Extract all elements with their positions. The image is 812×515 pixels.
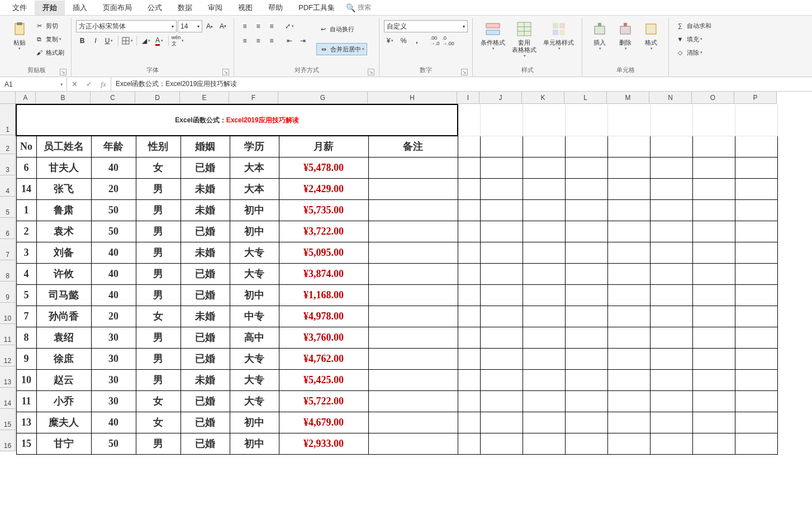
header-cell[interactable]: No <box>16 136 36 157</box>
data-cell[interactable] <box>368 306 458 327</box>
header-cell[interactable]: 婚姻 <box>181 136 230 157</box>
data-cell[interactable]: ¥5,735.00 <box>279 199 368 221</box>
data-cell[interactable]: 40 <box>91 284 136 306</box>
data-cell[interactable]: 张飞 <box>36 178 91 199</box>
column-header-P[interactable]: P <box>734 92 777 104</box>
column-header-F[interactable]: F <box>229 92 278 104</box>
alignment-launcher-icon[interactable]: ↘ <box>368 69 374 75</box>
data-cell[interactable]: 40 <box>91 263 136 284</box>
data-cell[interactable]: ¥1,168.00 <box>279 284 368 306</box>
data-cell[interactable]: 30 <box>91 369 136 390</box>
data-cell[interactable]: 高中 <box>230 327 279 348</box>
data-cell[interactable]: 已婚 <box>181 433 230 454</box>
row-header-2[interactable]: 2 <box>0 135 16 154</box>
row-headers[interactable]: 12345678910111213141516 <box>0 104 16 451</box>
data-cell[interactable]: 未婚 <box>181 369 230 390</box>
wrap-text-button[interactable]: ↩自动换行 <box>316 23 367 35</box>
data-cell[interactable]: 男 <box>136 284 181 306</box>
row-header-14[interactable]: 14 <box>0 388 16 409</box>
data-cell[interactable]: 13 <box>16 412 36 433</box>
cut-button[interactable]: ✂剪切 <box>32 20 67 32</box>
enter-formula-button[interactable]: ✓ <box>82 80 96 88</box>
increase-font-button[interactable]: A▴ <box>203 20 216 32</box>
data-cell[interactable]: 已婚 <box>181 390 230 412</box>
data-cell[interactable]: 女 <box>136 157 181 178</box>
menu-item-数据[interactable]: 数据 <box>170 1 200 15</box>
bold-button[interactable]: B <box>76 35 88 47</box>
search-icon[interactable]: 🔍 <box>346 3 355 12</box>
number-launcher-icon[interactable]: ↘ <box>461 69 468 75</box>
data-cell[interactable]: 大专 <box>230 369 279 390</box>
menu-item-视图[interactable]: 视图 <box>230 1 260 15</box>
data-cell[interactable]: ¥5,478.00 <box>279 157 368 178</box>
data-cell[interactable] <box>368 390 458 412</box>
row-header-8[interactable]: 8 <box>0 260 16 282</box>
row-header-16[interactable]: 16 <box>0 430 16 451</box>
data-cell[interactable]: 许攸 <box>36 263 91 284</box>
data-cell[interactable]: 大专 <box>230 348 279 369</box>
column-header-M[interactable]: M <box>607 92 649 104</box>
data-cell[interactable]: 孙尚香 <box>36 306 91 327</box>
data-cell[interactable]: ¥5,095.00 <box>279 242 368 263</box>
data-cell[interactable]: 8 <box>16 327 36 348</box>
menu-item-插入[interactable]: 插入 <box>65 1 95 15</box>
data-cell[interactable]: ¥5,425.00 <box>279 369 368 390</box>
data-cell[interactable] <box>368 284 458 306</box>
cell-styles-button[interactable]: 单元格样式 <box>540 19 577 52</box>
data-cell[interactable]: 袁术 <box>36 221 91 242</box>
data-cell[interactable] <box>368 157 458 178</box>
merge-center-button[interactable]: ⇔合并后居中 <box>316 43 367 55</box>
data-cell[interactable]: 50 <box>91 199 136 221</box>
data-cell[interactable]: 鲁肃 <box>36 199 91 221</box>
select-all-corner[interactable] <box>0 92 16 104</box>
clipboard-launcher-icon[interactable]: ↘ <box>60 69 67 75</box>
font-launcher-icon[interactable]: ↘ <box>222 69 229 75</box>
data-cell[interactable]: 11 <box>16 390 36 412</box>
column-header-C[interactable]: C <box>91 92 135 104</box>
data-cell[interactable]: 30 <box>91 390 136 412</box>
data-cell[interactable]: 40 <box>91 157 136 178</box>
data-cell[interactable] <box>368 412 458 433</box>
header-cell[interactable]: 学历 <box>230 136 279 157</box>
decrease-indent-button[interactable]: ⇤ <box>283 35 296 47</box>
data-cell[interactable]: 大专 <box>230 263 279 284</box>
insert-cells-button[interactable]: 插入 <box>587 19 612 52</box>
column-header-L[interactable]: L <box>564 92 607 104</box>
conditional-format-button[interactable]: 条件格式 <box>477 19 509 52</box>
column-header-G[interactable]: G <box>278 92 368 104</box>
data-cell[interactable]: 赵云 <box>36 369 91 390</box>
column-header-J[interactable]: J <box>479 92 522 104</box>
data-cell[interactable]: 男 <box>136 221 181 242</box>
data-cell[interactable]: 2 <box>16 221 36 242</box>
align-top-button[interactable]: ≡ <box>239 20 251 32</box>
data-cell[interactable] <box>368 178 458 199</box>
underline-button[interactable]: U <box>103 35 115 47</box>
delete-cells-button[interactable]: 删除 <box>612 19 638 52</box>
row-header-11[interactable]: 11 <box>0 324 16 345</box>
data-cell[interactable]: 已婚 <box>181 157 230 178</box>
data-cell[interactable]: 40 <box>91 242 136 263</box>
decrease-font-button[interactable]: A▾ <box>217 20 229 32</box>
data-cell[interactable]: 男 <box>136 369 181 390</box>
data-cell[interactable]: 大专 <box>230 390 279 412</box>
data-cell[interactable]: 未婚 <box>181 242 230 263</box>
align-right-button[interactable]: ≡ <box>265 35 278 47</box>
data-cell[interactable]: 初中 <box>230 199 279 221</box>
data-cell[interactable] <box>368 263 458 284</box>
comma-button[interactable]: , <box>411 35 423 47</box>
data-cell[interactable]: 20 <box>91 306 136 327</box>
cells-area[interactable]: Excel函数公式：Excel2019应用技巧解读No员工姓名年龄性别婚姻学历月… <box>16 104 778 455</box>
font-color-button[interactable]: A <box>153 35 165 47</box>
data-cell[interactable]: 初中 <box>230 433 279 454</box>
data-cell[interactable] <box>368 242 458 263</box>
data-cell[interactable]: ¥5,722.00 <box>279 390 368 412</box>
data-cell[interactable]: 男 <box>136 178 181 199</box>
column-header-H[interactable]: H <box>368 92 457 104</box>
data-cell[interactable]: 甘夫人 <box>36 157 91 178</box>
column-headers[interactable]: ABCDEFGHIJKLMNOP <box>16 92 777 104</box>
row-header-5[interactable]: 5 <box>0 197 16 218</box>
orientation-button[interactable]: ⤢ <box>283 20 296 32</box>
data-cell[interactable]: 司马懿 <box>36 284 91 306</box>
header-cell[interactable]: 性别 <box>136 136 181 157</box>
data-cell[interactable]: ¥3,874.00 <box>279 263 368 284</box>
